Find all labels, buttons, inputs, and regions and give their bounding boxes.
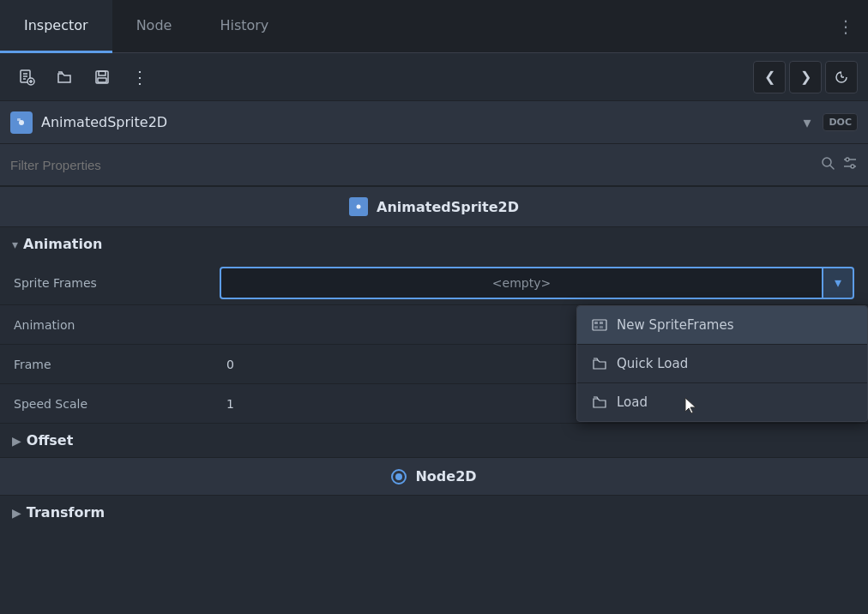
sprite-frames-control: <empty> ▾ <box>220 267 854 299</box>
svg-point-18 <box>846 158 849 161</box>
load-item[interactable]: Load <box>577 383 867 421</box>
svg-rect-24 <box>594 322 598 324</box>
quick-load-item[interactable]: Quick Load <box>577 345 867 382</box>
animated-sprite-section-header: AnimatedSprite2D <box>0 187 868 227</box>
save-button[interactable] <box>86 61 118 93</box>
tab-inspector[interactable]: Inspector <box>0 0 112 53</box>
svg-rect-14 <box>17 118 21 121</box>
open-icon <box>56 69 73 86</box>
svg-rect-9 <box>98 78 106 82</box>
node2d-inner-circle <box>395 473 402 480</box>
svg-rect-26 <box>594 326 598 328</box>
back-icon: ❮ <box>764 69 775 85</box>
node2d-section-header: Node2D <box>0 457 868 496</box>
load-icon <box>591 394 608 411</box>
node-expand-button[interactable]: ▾ <box>799 110 814 135</box>
forward-button[interactable]: ❯ <box>789 61 822 93</box>
offset-group-label: Offset <box>27 432 74 448</box>
svg-rect-23 <box>593 320 606 330</box>
offset-chevron-icon: ▶ <box>12 434 21 448</box>
tab-history-label: History <box>220 17 268 33</box>
doc-button[interactable]: DOC <box>823 113 858 131</box>
speed-scale-property-label: Speed Scale <box>14 397 220 411</box>
animation-chevron-icon: ▾ <box>12 238 18 251</box>
quick-load-icon <box>591 355 608 372</box>
node-selector: AnimatedSprite2D ▾ DOC <box>0 101 868 144</box>
tab-menu-button[interactable]: ⋮ <box>823 0 868 52</box>
tab-inspector-label: Inspector <box>24 17 88 33</box>
nav-controls: ❮ ❯ <box>753 61 858 93</box>
offset-group-header[interactable]: ▶ Offset <box>0 424 868 457</box>
svg-rect-27 <box>600 326 603 328</box>
back-button[interactable]: ❮ <box>753 61 786 93</box>
node-name-label: AnimatedSprite2D <box>41 114 791 130</box>
sprite-frames-dropdown-arrow[interactable]: ▾ <box>823 267 854 299</box>
search-icon[interactable] <box>820 155 835 174</box>
new-sprite-frames-item[interactable]: New SpriteFrames <box>577 306 867 344</box>
new-scene-icon <box>18 69 35 86</box>
load-label: Load <box>617 394 648 410</box>
tab-history[interactable]: History <box>196 0 292 53</box>
history-button[interactable] <box>825 61 858 93</box>
svg-point-20 <box>851 165 854 168</box>
toolbar: ⋮ ❮ ❯ <box>0 53 868 101</box>
svg-point-22 <box>357 205 361 209</box>
properties-area: AnimatedSprite2D ▾ Animation Sprite Fram… <box>0 187 868 614</box>
forward-icon: ❯ <box>800 69 811 85</box>
sprite-frames-value[interactable]: <empty> <box>220 267 823 299</box>
svg-line-16 <box>830 166 834 169</box>
open-button[interactable] <box>48 61 81 93</box>
new-scene-button[interactable] <box>10 61 43 93</box>
tab-spacer <box>292 0 823 52</box>
new-sprite-frames-label: New SpriteFrames <box>617 317 734 333</box>
new-sprite-frames-icon <box>591 316 608 334</box>
animation-property-label: Animation <box>14 318 220 332</box>
tab-bar: Inspector Node History ⋮ <box>0 0 868 53</box>
save-icon <box>93 69 111 86</box>
more-options-button[interactable]: ⋮ <box>124 61 156 93</box>
sprite-frames-label: Sprite Frames <box>14 276 220 290</box>
inspector-panel: Inspector Node History ⋮ <box>0 0 868 614</box>
tab-node[interactable]: Node <box>112 0 196 53</box>
svg-rect-8 <box>99 71 105 75</box>
transform-group-header[interactable]: ▶ Transform <box>0 496 868 529</box>
frame-property-label: Frame <box>14 358 220 371</box>
history-icon <box>833 69 850 86</box>
filter-input[interactable] <box>10 158 813 172</box>
more-icon: ⋮ <box>131 67 149 87</box>
node2d-icon <box>391 469 407 485</box>
sprite-frames-dropdown-menu: New SpriteFrames Quick Load <box>576 305 868 422</box>
filter-settings-icon[interactable] <box>842 155 858 174</box>
animated-sprite-section-icon <box>349 197 368 216</box>
transform-group-label: Transform <box>27 504 105 521</box>
tab-node-label: Node <box>136 17 172 33</box>
animation-group-label: Animation <box>23 236 102 252</box>
transform-chevron-icon: ▶ <box>12 506 21 520</box>
sprite-frames-row: Sprite Frames <empty> ▾ <box>0 261 868 305</box>
svg-rect-25 <box>600 322 603 324</box>
node2d-label: Node2D <box>415 468 476 485</box>
animation-group-header[interactable]: ▾ Animation <box>0 227 868 261</box>
node-type-icon <box>10 111 33 134</box>
animated-sprite-section-title: AnimatedSprite2D <box>377 199 519 215</box>
quick-load-label: Quick Load <box>617 356 688 371</box>
filter-bar <box>0 144 868 187</box>
